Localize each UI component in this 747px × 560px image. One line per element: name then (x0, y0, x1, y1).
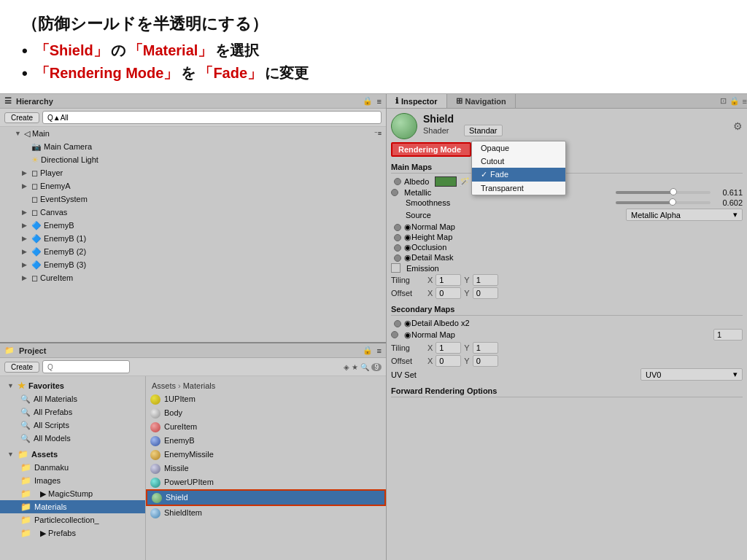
left-panel: ☰ Hierarchy 🔒 ≡ Create ▼ ◁ Main ⁻≡ (0, 94, 387, 560)
shield-gear-icon[interactable]: ⚙ (733, 120, 743, 132)
sec-offset-y-input[interactable] (473, 355, 498, 367)
sec-tiling-x-input[interactable] (436, 342, 461, 354)
material-shielditem[interactable]: ShieldItem (146, 506, 386, 520)
material-missile[interactable]: Missile (146, 462, 386, 475)
sidebar-item-particlecollection[interactable]: 📁 Particlecollection_ (0, 513, 145, 526)
sidebar-item-prefabs[interactable]: 📁 ▶ Prefabs (0, 526, 145, 540)
smoothness-slider[interactable] (616, 201, 711, 204)
assets-label: Assets (31, 450, 58, 459)
navigation-icon: ⊞ (456, 96, 462, 106)
sidebar-item-all-materials[interactable]: 🔍 All Materials (0, 392, 145, 405)
tiling-x-label: X (427, 276, 433, 284)
enemya-arrow: ▶ (22, 180, 29, 192)
sidebar-item-images[interactable]: 📁 Images (0, 474, 145, 487)
project-search-input[interactable] (42, 360, 130, 373)
material-1upitem[interactable]: 1UPItem (146, 392, 386, 406)
tree-item-light[interactable]: ☀ Directional Light (0, 153, 386, 166)
hierarchy-tree: ▼ ◁ Main ⁻≡ 📷 Main Camera ☀ Directional … (0, 127, 386, 284)
sidebar-item-all-scripts[interactable]: 🔍 All Scripts (0, 419, 145, 432)
project-title: Project (19, 346, 46, 355)
project-icon3[interactable]: 🔍 (360, 363, 369, 371)
sidebar-item-danmaku[interactable]: 📁 Danmaku (0, 461, 145, 474)
forward-rendering-header: Forward Rendering Options (391, 386, 743, 397)
emission-checkbox[interactable] (391, 263, 400, 273)
shader-value[interactable]: Standar (464, 125, 503, 136)
offset-x-input[interactable] (436, 287, 461, 299)
material-label-1upitem: 1UPItem (164, 393, 196, 405)
sidebar-item-magicstump[interactable]: 📁 ▶ MagicStump (0, 487, 145, 500)
sec-normal-value[interactable] (713, 329, 743, 341)
material-ball-missile (150, 464, 160, 474)
material-shield[interactable]: Shield (146, 489, 386, 506)
tiling-y-input[interactable] (473, 274, 498, 286)
tree-item-enemyb1[interactable]: ▶ 🔷 EnemyB (1) (0, 232, 386, 245)
project-lock-icon[interactable]: 🔒 (363, 346, 373, 355)
main-label: Main (32, 128, 50, 139)
images-label: Images (34, 475, 61, 486)
inspector-menu-icon[interactable]: ≡ (743, 97, 747, 106)
material-powerupitem[interactable]: PowerUPItem (146, 475, 386, 489)
tree-item-enemyb[interactable]: ▶ 🔷 EnemyB (0, 219, 386, 232)
dropdown-transparent[interactable]: Transparent (472, 182, 565, 195)
metallic-slider[interactable] (616, 191, 711, 194)
inspector-tabs: ℹ Inspector ⊞ Navigation ⊡ 🔒 ≡ (387, 94, 747, 109)
metallic-row: Metallic 0.611 (391, 188, 743, 197)
dropdown-fade[interactable]: ✓Fade (472, 168, 565, 182)
tree-item-canvas[interactable]: ▶ ◻ Canvas (0, 206, 386, 219)
project-icon1[interactable]: ◈ (344, 363, 349, 371)
search-icon-all-prefabs: 🔍 (20, 406, 31, 418)
hierarchy-search-input[interactable] (42, 111, 382, 124)
albedo-circle (394, 178, 401, 185)
cureitem-arrow: ▶ (22, 272, 29, 284)
tree-item-player[interactable]: ▶ ◻ Player (0, 166, 386, 179)
wand-icon[interactable]: 🪄 (460, 177, 470, 187)
tab-navigation[interactable]: ⊞ Navigation (447, 94, 516, 108)
hierarchy-create-btn[interactable]: Create (4, 112, 39, 123)
tree-item-enemya[interactable]: ▶ ◻ EnemyA (0, 179, 386, 192)
hierarchy-menu-icon[interactable]: ≡ (377, 97, 382, 106)
normal-map-label: ◉Normal Map (404, 222, 455, 232)
source-dropdown[interactable]: Metallic Alpha ▾ (626, 209, 743, 221)
tree-item-camera[interactable]: 📷 Main Camera (0, 140, 386, 153)
sec-offset-x-input[interactable] (436, 355, 461, 367)
project-menu-icon[interactable]: ≡ (377, 346, 382, 355)
material-ball-shield (152, 493, 162, 503)
dropdown-cutout[interactable]: Cutout (472, 155, 565, 168)
bullet-2: 「Rendering Mode」 を 「Fade」 に変更 (22, 63, 725, 83)
sec-tiling-y-input[interactable] (473, 342, 498, 354)
project-create-btn[interactable]: Create (4, 362, 39, 373)
albedo-color-swatch[interactable] (435, 176, 457, 187)
material-body[interactable]: Body (146, 406, 386, 420)
uvset-dropdown[interactable]: UV0 ▾ (640, 368, 743, 381)
offset-y-input[interactable] (473, 287, 498, 299)
project-folder-icon: 📁 (4, 346, 15, 355)
inspector-lock-icon[interactable]: 🔒 (729, 96, 740, 106)
search-icon-all-models: 🔍 (20, 432, 31, 444)
enemya-label: EnemyA (40, 180, 71, 192)
star-icon: ★ (18, 381, 26, 391)
tree-item-enemyb2[interactable]: ▶ 🔷 EnemyB (2) (0, 245, 386, 258)
enemyb1-icon: 🔷 (31, 233, 42, 244)
project-icon2[interactable]: ★ (352, 363, 358, 371)
inspector-icon: ℹ (395, 96, 398, 106)
main-settings-icon: ⁻≡ (374, 128, 382, 139)
tree-item-cureitem[interactable]: ▶ ◻ CureItem (0, 271, 386, 284)
rendering-mode-dropdown[interactable]: Opaque Cutout ✓Fade Transparent (471, 141, 566, 195)
tiling-x-input[interactable] (436, 274, 461, 286)
sidebar-item-all-models[interactable]: 🔍 All Models (0, 432, 145, 445)
offset-row: Offset X Y (391, 287, 743, 299)
material-enemyb[interactable]: EnemyB (146, 434, 386, 448)
inspector-icon1[interactable]: ⊡ (720, 96, 727, 106)
dropdown-opaque[interactable]: Opaque (472, 141, 565, 155)
tree-item-eventsystem[interactable]: ◻ EventSystem (0, 192, 386, 206)
tree-item-enemyb3[interactable]: ▶ 🔷 EnemyB (3) (0, 258, 386, 271)
source-label: Source (406, 211, 431, 219)
smoothness-row: Smoothness 0.602 (391, 198, 743, 207)
tree-item-main[interactable]: ▼ ◁ Main ⁻≡ (0, 127, 386, 140)
hierarchy-lock-icon[interactable]: 🔒 (363, 96, 373, 106)
sidebar-item-all-prefabs[interactable]: 🔍 All Prefabs (0, 405, 145, 419)
tab-inspector[interactable]: ℹ Inspector (387, 94, 447, 108)
sidebar-item-materials[interactable]: 📁 Materials (0, 500, 145, 513)
material-cureitem[interactable]: CureItem (146, 420, 386, 434)
material-enemymissile[interactable]: EnemyMissile (146, 448, 386, 462)
